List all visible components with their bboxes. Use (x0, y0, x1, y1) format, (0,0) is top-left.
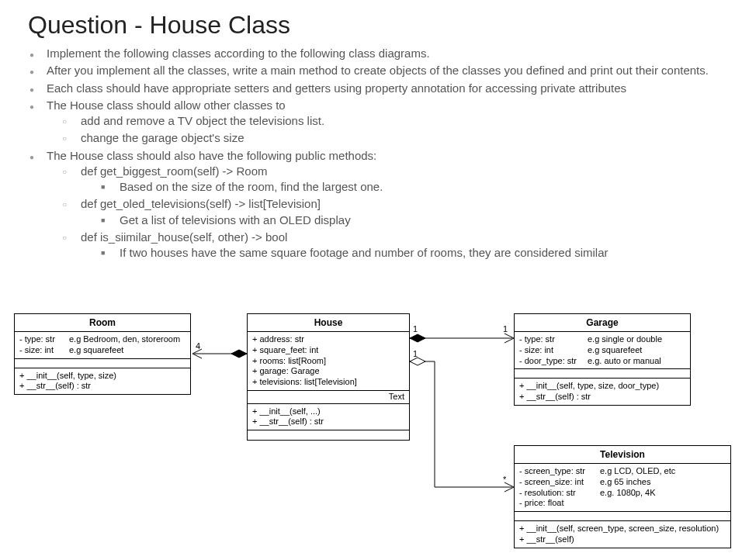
subbullet-item: add and remove a TV object the televisio… (81, 113, 726, 129)
method-desc: Based on the size of the room, find the … (120, 179, 726, 195)
uml-op: + __str__(self) (519, 534, 726, 545)
bullet-label: The House class should allow other class… (47, 99, 286, 112)
uml-empty-section (515, 369, 690, 379)
uml-attr: - screen_type: str (519, 466, 600, 477)
svg-marker-4 (410, 358, 425, 365)
uml-class-name: Room (15, 314, 190, 332)
uml-empty-section (15, 359, 190, 368)
uml-attr: + square_feet: int (252, 345, 404, 356)
uml-attr-eg: e.g Bedroom, den, storeroom (69, 334, 180, 345)
svg-marker-3 (410, 334, 425, 342)
uml-attr-eg: e.g single or double (588, 334, 662, 345)
uml-class-name: House (248, 314, 409, 332)
method-signature: def is_siimilar_house(self, other) -> bo… (81, 230, 287, 244)
uml-text-label: Text (248, 391, 409, 404)
uml-attr: - type: str (519, 334, 588, 345)
uml-attr: + rooms: list[Room] (252, 356, 404, 367)
uml-attr: - door_type: str (519, 356, 588, 367)
uml-attr-eg: e.g. 1080p, 4K (600, 488, 656, 499)
uml-attributes: - type: stre.g single or double - size: … (515, 332, 690, 369)
uml-attr: - resolution: str (519, 488, 600, 499)
uml-class-house: House + address: str + square_feet: int … (247, 313, 410, 441)
method-item: def get_oled_televisions(self) -> list[T… (81, 196, 726, 228)
uml-operations: + __init__(self, type, size, door_type) … (515, 379, 690, 405)
question-text: Implement the following classes accordin… (0, 46, 742, 261)
bullet-label: The House class should also have the fol… (47, 149, 376, 162)
uml-attr: - price: float (519, 498, 600, 509)
uml-attr-eg: e.g. auto or manual (588, 356, 661, 367)
bullet-item: The House class should allow other class… (47, 98, 726, 147)
uml-op: + __str__(self) : str (519, 392, 685, 403)
uml-class-room: Room - type: stre.g Bedroom, den, storer… (14, 313, 191, 395)
uml-attr-eg: e.g LCD, OLED, etc (600, 466, 675, 477)
multiplicity: * (503, 475, 506, 484)
uml-attr: + televisions: list[Television] (252, 377, 404, 388)
uml-operations: + __init__(self, screen_type, screen_siz… (515, 521, 730, 548)
uml-op: + __init__(self, screen_type, screen_siz… (519, 524, 726, 534)
method-item: def get_biggest_room(self) -> Room Based… (81, 164, 726, 195)
uml-operations: + __init__(self, type, size) + __str__(s… (15, 368, 190, 395)
multiplicity: 1 (413, 324, 418, 334)
method-desc: Get a list of televisions with an OLED d… (120, 213, 726, 228)
uml-attr-eg: e.g 65 inches (600, 477, 650, 488)
uml-op: + __str__(self) : str (19, 381, 186, 392)
uml-operations: + __init__(self, ...) + __str__(self) : … (248, 404, 409, 431)
bullet-item: Implement the following classes accordin… (47, 46, 726, 61)
subbullet-item: change the garage object's size (81, 130, 726, 146)
uml-empty-section (515, 512, 730, 521)
uml-attributes: - type: stre.g Bedroom, den, storeroom -… (15, 332, 190, 359)
method-signature: def get_biggest_room(self) -> Room (81, 164, 268, 178)
uml-diagram: 4 1 1 1 1 * Room - type: stre.g Bedroom,… (0, 309, 742, 557)
uml-class-television: Television - screen_type: stre.g LCD, OL… (514, 445, 731, 548)
uml-attr: - screen_size: int (519, 477, 600, 488)
uml-attr: - size: int (519, 345, 588, 356)
uml-attr: + address: str (252, 334, 404, 345)
uml-attr: - type: str (19, 334, 69, 345)
uml-class-name: Television (515, 446, 730, 464)
uml-class-garage: Garage - type: stre.g single or double -… (514, 313, 691, 406)
uml-op: + __init__(self, type, size) (19, 371, 186, 382)
bullet-item: After you implement all the classes, wri… (47, 63, 726, 78)
uml-empty-section (248, 430, 409, 440)
uml-op: + __str__(self) : str (252, 417, 404, 427)
multiplicity: 4 (196, 341, 200, 351)
uml-attr-eg: e.g squarefeet (69, 345, 123, 356)
uml-attr-eg: e.g squarefeet (588, 345, 642, 356)
uml-class-name: Garage (515, 314, 690, 332)
uml-op: + __init__(self, type, size, door_type) (519, 381, 685, 392)
uml-attr: + garage: Garage (252, 366, 404, 377)
page-title: Question - House Class (0, 0, 742, 46)
uml-attributes: - screen_type: stre.g LCD, OLED, etc - s… (515, 464, 730, 512)
method-item: def is_siimilar_house(self, other) -> bo… (81, 230, 726, 261)
method-signature: def get_oled_televisions(self) -> list[T… (81, 197, 321, 210)
bullet-item: The House class should also have the fol… (47, 148, 726, 261)
bullet-item: Each class should have appropriate sette… (47, 81, 726, 96)
svg-marker-1 (231, 350, 247, 358)
uml-attr: - size: int (19, 345, 69, 356)
multiplicity: 1 (413, 349, 418, 358)
uml-op: + __init__(self, ...) (252, 406, 404, 417)
multiplicity: 1 (503, 324, 508, 334)
method-desc: If two houses have the same square foota… (120, 245, 726, 261)
uml-attributes: + address: str + square_feet: int + room… (248, 332, 409, 391)
